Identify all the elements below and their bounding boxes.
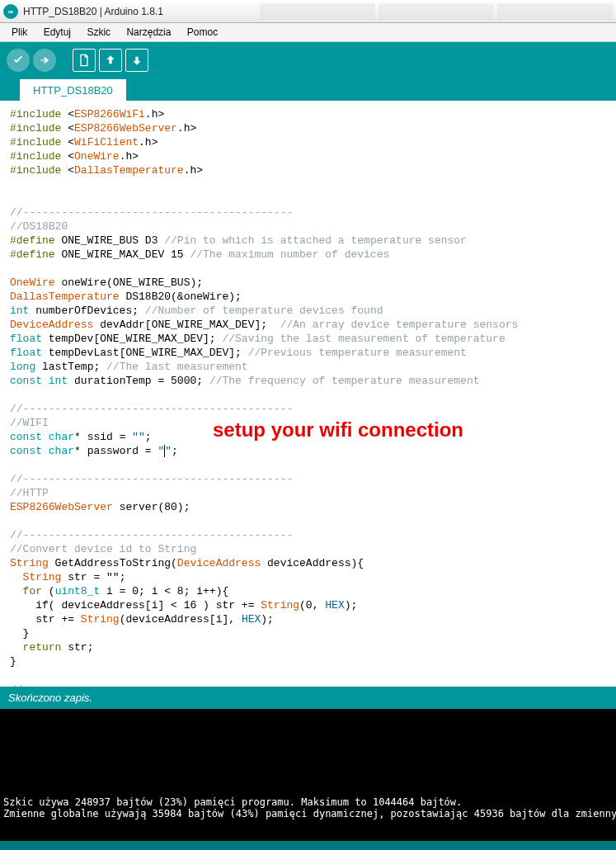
t: const xyxy=(10,431,42,443)
t: int xyxy=(42,375,68,387)
t: ; xyxy=(172,445,178,457)
t: (deviceAddress[i], xyxy=(120,613,242,626)
menu-sketch[interactable]: Szkic xyxy=(80,25,117,40)
t: ESP8266WebServer xyxy=(74,122,177,135)
t: durationTemp = 5000; xyxy=(68,375,209,387)
t: HEX xyxy=(242,613,261,626)
menu-edit[interactable]: Edytuj xyxy=(37,25,78,40)
toolbar xyxy=(0,42,616,78)
t: ); xyxy=(261,613,274,626)
t: HEX xyxy=(325,599,344,612)
t: WiFiClient xyxy=(74,136,139,149)
arrow-down-icon xyxy=(130,54,143,67)
t: #define xyxy=(10,234,55,247)
arrow-up-icon xyxy=(104,54,117,67)
t: long xyxy=(10,361,35,373)
t: < xyxy=(61,150,74,163)
sketch-tab[interactable]: HTTP_DS18B20 xyxy=(20,79,126,102)
t: //The last measurement xyxy=(106,361,248,373)
t: #include xyxy=(10,108,61,120)
t: char xyxy=(42,445,74,457)
t: //--------------------------------------… xyxy=(10,403,293,415)
menu-bar: Plik Edytuj Szkic Narzędzia Pomoc xyxy=(0,23,616,42)
t: (0, xyxy=(299,599,325,612)
t: DallasTemperature xyxy=(74,164,184,177)
t: if( deviceAddress[i] < 16 ) str += xyxy=(10,599,261,612)
code-editor[interactable]: #include <ESP8266WiFi.h> #include <ESP82… xyxy=(0,101,616,687)
t: //The frequency of temperature measureme… xyxy=(209,375,480,387)
menu-file[interactable]: Plik xyxy=(5,25,34,40)
t: DS18B20(&oneWire); xyxy=(120,290,242,303)
t: char xyxy=(42,431,74,443)
arrow-right-icon xyxy=(38,54,51,67)
footer-bar xyxy=(0,841,616,850)
t: //Saving the last measurement of tempera… xyxy=(222,333,505,345)
t: .h> xyxy=(184,164,203,177)
t: OneWire xyxy=(74,150,120,163)
t: #include xyxy=(10,164,61,177)
t: ONE_WIRE_MAX_DEV 15 xyxy=(55,248,190,261)
t: } xyxy=(10,655,16,668)
t: deviceAddress){ xyxy=(261,557,364,569)
t: < xyxy=(61,136,74,149)
t: //DS18B20 xyxy=(10,220,68,233)
t: for xyxy=(10,585,42,597)
t: str += xyxy=(10,613,81,626)
t: str; xyxy=(61,641,93,654)
t: //Pin to which is attached a temperature… xyxy=(164,234,467,247)
t: return xyxy=(10,641,61,654)
t: < xyxy=(61,122,74,135)
t: < xyxy=(61,108,74,120)
t: DeviceAddress xyxy=(10,319,93,331)
t: const xyxy=(10,375,42,387)
t: //WIFI xyxy=(10,417,49,429)
save-button[interactable] xyxy=(125,49,148,72)
verify-button[interactable] xyxy=(7,49,30,72)
bg-tabs xyxy=(260,3,613,20)
check-icon xyxy=(12,54,25,67)
t: DallasTemperature xyxy=(10,290,120,303)
t: //--------------------------------------… xyxy=(10,206,293,219)
t: const xyxy=(10,445,42,457)
t: .h> xyxy=(120,150,139,163)
t: //--------------------------------------… xyxy=(10,529,293,541)
t: //Number of temperature devices found xyxy=(145,305,383,317)
t: String xyxy=(81,613,120,626)
tab-bar: HTTP_DS18B20 xyxy=(0,78,616,101)
t: server(80); xyxy=(113,501,190,513)
t: devAddr[ONE_WIRE_MAX_DEV]; xyxy=(93,319,280,331)
annotation-overlay: setup your wifi connection xyxy=(213,423,463,437)
t: ESP8266WebServer xyxy=(10,501,113,513)
menu-help[interactable]: Pomoc xyxy=(181,25,224,40)
menu-tools[interactable]: Narzędzia xyxy=(120,25,177,40)
t: < xyxy=(61,164,74,177)
t: .h> xyxy=(177,122,196,135)
t: uint8_t xyxy=(55,585,101,597)
t: float xyxy=(10,347,42,359)
t: //An array device temperature sensors xyxy=(280,319,519,331)
t: //HTTP xyxy=(10,487,49,499)
t: //--------------------------------------… xyxy=(10,683,293,687)
status-bar: Skończono zapis. xyxy=(0,687,616,709)
t: //The maximum number of devices xyxy=(190,248,389,261)
open-button[interactable] xyxy=(99,49,122,72)
new-button[interactable] xyxy=(73,49,96,72)
t: //--------------------------------------… xyxy=(10,473,293,485)
t: float xyxy=(10,333,42,345)
t: i = 0; i < 8; i++){ xyxy=(100,585,228,597)
window-title: HTTP_DS18B20 | Arduino 1.8.1 xyxy=(23,6,163,17)
t: GetAddressToString( xyxy=(49,557,177,569)
t: String xyxy=(10,571,61,583)
upload-button[interactable] xyxy=(33,49,56,72)
t: #include xyxy=(10,122,61,135)
arduino-icon: ∞ xyxy=(3,4,18,19)
t: "" xyxy=(132,431,145,443)
t: numberOfDevices; xyxy=(29,305,144,317)
t: int xyxy=(10,305,29,317)
t: #include xyxy=(10,136,61,149)
window-titlebar: ∞ HTTP_DS18B20 | Arduino 1.8.1 xyxy=(0,0,616,23)
t: tempDevLast[ONE_WIRE_MAX_DEV]; xyxy=(42,347,248,359)
t: ONE_WIRE_BUS D3 xyxy=(55,234,165,247)
console-output[interactable]: Szkic używa 248937 bajtów (23%) pamięci … xyxy=(0,709,616,841)
t: } xyxy=(10,627,29,640)
